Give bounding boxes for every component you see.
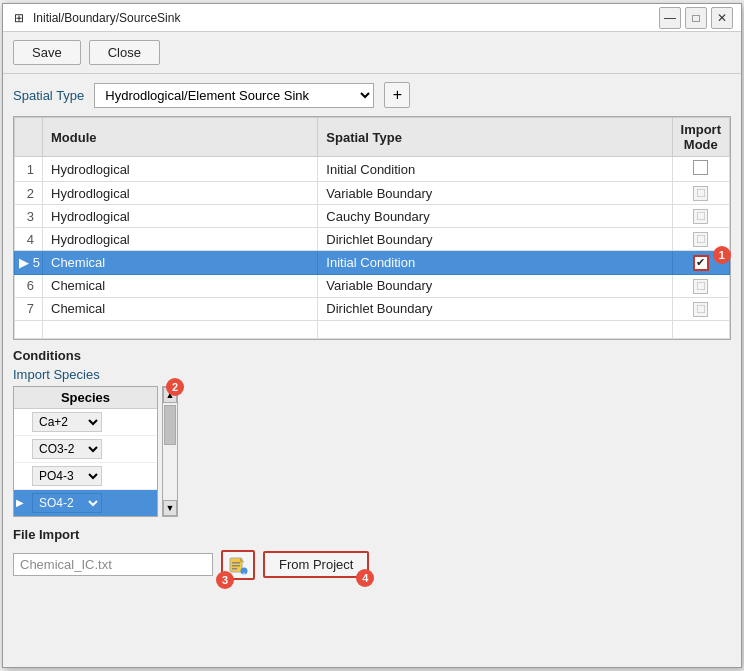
spatial-type-row: Spatial Type Hydrodlogical/Element Sourc… xyxy=(3,74,741,116)
title-controls: — □ ✕ xyxy=(659,7,733,29)
checkbox-checked[interactable]: ✔ xyxy=(693,255,709,271)
checkbox[interactable] xyxy=(693,160,708,175)
spatial-type-select[interactable]: Hydrodlogical/Element Source Sink xyxy=(94,83,374,108)
toolbar: Save Close xyxy=(3,32,741,74)
title-bar-left: ⊞ Initial/Boundary/SourceSink xyxy=(11,10,180,26)
row-spatial-type: Initial Condition xyxy=(318,251,672,275)
scroll-down-button[interactable]: ▼ xyxy=(163,500,177,516)
title-bar: ⊞ Initial/Boundary/SourceSink — □ ✕ xyxy=(3,4,741,32)
checkbox[interactable]: ☐ xyxy=(693,186,708,201)
scroll-thumb[interactable] xyxy=(164,405,176,445)
badge-3: 3 xyxy=(216,571,234,589)
species-row[interactable]: CO3-2 xyxy=(14,435,157,462)
close-window-button[interactable]: ✕ xyxy=(711,7,733,29)
from-project-button[interactable]: From Project xyxy=(263,551,369,578)
add-spatial-type-button[interactable]: + xyxy=(384,82,410,108)
svg-rect-3 xyxy=(232,568,237,570)
badge-4: 4 xyxy=(356,569,374,587)
table-row[interactable]: 7 Chemical Dirichlet Boundary ☐ xyxy=(15,297,730,320)
checkbox[interactable]: ☐ xyxy=(693,209,708,224)
row-spatial-type: Dirichlet Boundary xyxy=(318,228,672,251)
species-dropdown[interactable]: PO4-3 xyxy=(32,466,102,486)
window-title: Initial/Boundary/SourceSink xyxy=(33,11,180,25)
species-row-num xyxy=(14,435,28,462)
import-species-label: Import Species xyxy=(13,367,731,382)
close-button[interactable]: Close xyxy=(89,40,160,65)
row-num: 3 xyxy=(15,205,43,228)
row-module: Chemical xyxy=(43,251,318,275)
row-import-mode[interactable]: ☐ xyxy=(672,205,729,228)
svg-rect-2 xyxy=(232,565,240,567)
row-spatial-type: Dirichlet Boundary xyxy=(318,297,672,320)
species-row-num xyxy=(14,408,28,435)
row-import-mode[interactable]: ☐ xyxy=(672,182,729,205)
row-module: Chemical xyxy=(43,274,318,297)
table-row[interactable]: 4 Hydrodlogical Dirichlet Boundary ☐ xyxy=(15,228,730,251)
conditions-title: Conditions xyxy=(13,348,731,363)
species-row[interactable]: PO4-3 xyxy=(14,462,157,489)
species-table: Species Ca+2 xyxy=(14,387,157,516)
row-import-mode[interactable] xyxy=(672,157,729,182)
svg-text:+: + xyxy=(242,570,246,575)
main-window: ⊞ Initial/Boundary/SourceSink — □ ✕ Save… xyxy=(2,3,742,668)
file-input[interactable] xyxy=(13,553,213,576)
species-row-value[interactable]: SO4-2 xyxy=(28,489,157,516)
maximize-button[interactable]: □ xyxy=(685,7,707,29)
from-project-wrap: From Project 4 xyxy=(263,551,369,578)
species-row-value[interactable]: Ca+2 xyxy=(28,408,157,435)
row-spatial-type: Cauchy Boundary xyxy=(318,205,672,228)
table-row[interactable]: 3 Hydrodlogical Cauchy Boundary ☐ xyxy=(15,205,730,228)
table-row-selected[interactable]: ▶ 5 Chemical Initial Condition ✔ 1 xyxy=(15,251,730,275)
row-import-mode[interactable]: ☐ xyxy=(672,274,729,297)
file-icon: + xyxy=(228,555,248,575)
minimize-button[interactable]: — xyxy=(659,7,681,29)
species-area: Species Ca+2 xyxy=(13,386,731,517)
row-import-mode[interactable]: ✔ 1 xyxy=(672,251,729,275)
checkbox[interactable]: ☐ xyxy=(693,302,708,317)
row-num: 4 xyxy=(15,228,43,251)
species-row-value[interactable]: PO4-3 xyxy=(28,462,157,489)
checkbox[interactable]: ☐ xyxy=(693,279,708,294)
conditions-section: Conditions Import Species Species xyxy=(3,340,741,668)
species-row-num xyxy=(14,462,28,489)
svg-rect-1 xyxy=(232,562,240,564)
table-row[interactable]: 6 Chemical Variable Boundary ☐ xyxy=(15,274,730,297)
row-module: Hydrodlogical xyxy=(43,157,318,182)
window-icon: ⊞ xyxy=(11,10,27,26)
row-spatial-type: Initial Condition xyxy=(318,157,672,182)
badge-1: 1 xyxy=(713,246,731,264)
file-import-title: File Import xyxy=(13,527,731,542)
row-module: Hydrodlogical xyxy=(43,205,318,228)
species-row-selected[interactable]: ▶ SO4-2 xyxy=(14,489,157,516)
species-wrap: Species Ca+2 xyxy=(13,386,158,517)
species-col-header: Species xyxy=(14,387,157,409)
spatial-type-label: Spatial Type xyxy=(13,88,84,103)
row-module: Hydrodlogical xyxy=(43,182,318,205)
table-row[interactable]: 2 Hydrodlogical Variable Boundary ☐ xyxy=(15,182,730,205)
badge-2: 2 xyxy=(166,378,184,396)
row-import-mode[interactable]: ☐ xyxy=(672,297,729,320)
row-num: 6 xyxy=(15,274,43,297)
species-dropdown[interactable]: CO3-2 xyxy=(32,439,102,459)
table-section: Module Spatial Type Import Mode 1 Hydrod… xyxy=(13,116,731,340)
checkbox[interactable]: ☐ xyxy=(693,232,708,247)
row-spatial-type: Variable Boundary xyxy=(318,274,672,297)
table-row-empty xyxy=(15,320,730,338)
col-header-module: Module xyxy=(43,118,318,157)
row-module: Chemical xyxy=(43,297,318,320)
data-table: Module Spatial Type Import Mode 1 Hydrod… xyxy=(14,117,730,339)
file-import-row: + 3 From Project 4 xyxy=(13,550,731,580)
species-pointer: ▶ xyxy=(14,489,28,516)
row-num-pointer: ▶ 5 xyxy=(15,251,43,275)
species-row-value[interactable]: CO3-2 xyxy=(28,435,157,462)
file-btn-wrap: + 3 xyxy=(221,550,255,580)
species-row[interactable]: Ca+2 xyxy=(14,408,157,435)
species-dropdown[interactable]: Ca+2 xyxy=(32,412,102,432)
species-scrollbar[interactable]: ▲ ▼ xyxy=(162,386,178,517)
row-num: 1 xyxy=(15,157,43,182)
species-dropdown[interactable]: SO4-2 xyxy=(32,493,102,513)
save-button[interactable]: Save xyxy=(13,40,81,65)
table-row[interactable]: 1 Hydrodlogical Initial Condition xyxy=(15,157,730,182)
row-module: Hydrodlogical xyxy=(43,228,318,251)
species-table-wrap: Species Ca+2 xyxy=(13,386,158,517)
